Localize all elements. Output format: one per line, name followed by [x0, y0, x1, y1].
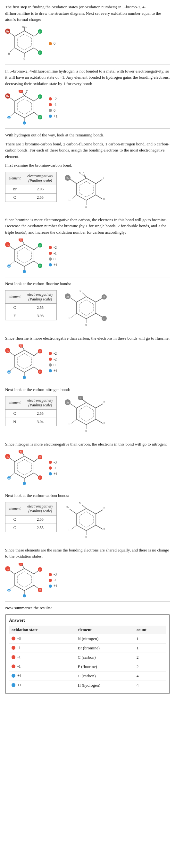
legend-item-neg2-3: -2 [49, 351, 58, 356]
col-en-1: electronegativity(Pauling scale) [24, 172, 57, 185]
svg-text:Br: Br [66, 506, 69, 509]
svg-text:H: H [24, 122, 25, 125]
oxidation-state-value: -1 [17, 664, 21, 669]
legend-dot-pos1-3 [49, 369, 52, 372]
element-c-1: C [5, 193, 24, 202]
table-row: -1Br (bromine)1 [9, 644, 166, 653]
en-f-cf: 3.98 [24, 312, 57, 320]
svg-text:F: F [103, 296, 105, 299]
table-row: +1H (hydrogen)4 [9, 681, 166, 690]
en-n-cn: 3.04 [24, 417, 57, 426]
oxidation-state-value: -3 [17, 636, 21, 641]
col-en-cc: electronegativity(Pauling scale) [24, 502, 57, 515]
intro-paragraph: The first step in finding the oxidation … [5, 4, 170, 23]
legend-label-neg3-5: -3 [54, 572, 57, 577]
after-n-molecule-diagram: Br N F F H H [5, 451, 44, 486]
bromine-carbon-table: element electronegativity(Pauling scale)… [5, 172, 57, 202]
table-row: C 2.55 [5, 515, 57, 524]
hydrogen-section: In 5-bromo-2, 4-difluoroaniline hydrogen… [5, 68, 170, 87]
legend-item-pos1-4: +1 [49, 471, 58, 476]
svg-text:Br: Br [6, 30, 9, 33]
legend-label-0: 0 [54, 41, 56, 46]
svg-line-11 [34, 48, 39, 52]
legend-label-neg1-1: -1 [54, 102, 57, 107]
svg-text:F: F [39, 477, 41, 479]
after-br-molecule-row: Br N F F H H -2 [5, 239, 170, 274]
after-h-molecule-diagram: Br N H H F F H H [5, 90, 44, 125]
cf-table-section: element electronegativity(Pauling scale)… [5, 290, 170, 332]
carbon-fluorine-section: Next look at the carbon-fluorine bonds: [5, 281, 170, 287]
svg-text:H: H [8, 371, 10, 374]
after-f-molecule-diagram: Br N F F H H [5, 344, 44, 380]
legend-item-neg2b-3: -2 [49, 357, 58, 362]
svg-line-178 [34, 585, 39, 589]
oxidation-state-value: -1 [17, 654, 21, 660]
svg-text:Br: Br [66, 401, 69, 404]
oxidation-state-cell: -1 [9, 644, 75, 653]
legend-dot-neg1-2 [49, 252, 52, 255]
divider-1 [5, 64, 170, 65]
svg-text:H: H [85, 430, 87, 433]
oxidation-dot [11, 683, 15, 687]
table-row: -1F (fluorine)2 [9, 662, 166, 672]
legend-dot-pos1-2 [49, 263, 52, 267]
element-cell: H (hydrogen) [75, 681, 134, 690]
remaining-bonds-p2: There are 1 bromine-carbon bond, 2 carbo… [5, 141, 170, 160]
legend-dot-neg2-2 [49, 246, 52, 249]
svg-marker-42 [79, 181, 93, 197]
svg-text:Br: Br [66, 295, 69, 298]
svg-text:H: H [69, 423, 71, 426]
after-h-molecule-row: Br N H H F F H H [5, 90, 170, 125]
col-en-cf: electronegativity(Pauling scale) [24, 290, 57, 303]
answer-label: Answer: [9, 618, 166, 623]
legend-label-pos1-4: +1 [54, 471, 58, 476]
cn-intro: Next look at the carbon-nitrogen bond: [5, 386, 170, 393]
answer-table: oxidation state element count -3N (nitro… [9, 626, 166, 690]
svg-text:H: H [22, 90, 23, 92]
initial-legend: 0 [49, 41, 56, 46]
remaining-bonds-p1: With hydrogen out of the way, look at th… [5, 132, 170, 138]
svg-line-160 [96, 525, 103, 529]
carbon-nitrogen-section: Next look at the carbon-nitrogen bond: [5, 386, 170, 393]
svg-text:H: H [24, 483, 25, 485]
legend-dot-0-3 [49, 363, 52, 367]
element-f-cf: F [5, 312, 24, 320]
en-c-cn: 2.55 [24, 409, 57, 417]
count-cell: 1 [134, 644, 166, 653]
oxidation-state-value: +1 [17, 673, 22, 678]
svg-marker-60 [17, 248, 31, 263]
legend-item-neg2-2: -2 [49, 245, 58, 250]
table-row: N 3.04 [5, 417, 57, 426]
summary-section: Now summarize the results: [5, 605, 170, 611]
svg-text:F: F [103, 422, 105, 425]
svg-marker-80 [79, 300, 93, 315]
svg-text:F: F [39, 116, 41, 119]
svg-text:N: N [20, 239, 22, 241]
svg-text:Br: Br [7, 456, 9, 458]
legend-label-pos1-5: +1 [54, 584, 58, 588]
bromine-carbon-table-section: element electronegativity(Pauling scale)… [5, 172, 170, 214]
svg-line-32 [34, 112, 39, 116]
legend-item-0: 0 [49, 41, 56, 46]
legend-label-0-1: 0 [54, 108, 56, 113]
svg-marker-1 [17, 34, 31, 50]
svg-marker-168 [17, 572, 31, 587]
cn-diagram: Br N F F H H [61, 396, 118, 438]
cf-table: element electronegativity(Pauling scale)… [5, 290, 57, 320]
legend-item-neg1-5: -1 [49, 578, 58, 583]
svg-line-89 [96, 313, 103, 317]
element-cell: C (carbon) [75, 672, 134, 681]
svg-marker-19 [17, 99, 31, 115]
after-cc-legend: -3 -1 +1 [49, 572, 58, 588]
legend-label-0-3: 0 [54, 363, 56, 368]
svg-text:F: F [103, 317, 105, 320]
summary-intro: Now summarize the results: [5, 605, 170, 611]
svg-text:N: N [20, 345, 22, 347]
svg-text:H: H [85, 536, 87, 539]
legend-item-pos1-5: +1 [49, 584, 58, 588]
oxidation-dot [11, 655, 15, 659]
count-cell: 4 [134, 681, 166, 690]
svg-line-126 [96, 419, 103, 424]
en-c-cc2: 2.55 [24, 524, 57, 532]
svg-text:F: F [103, 401, 105, 404]
